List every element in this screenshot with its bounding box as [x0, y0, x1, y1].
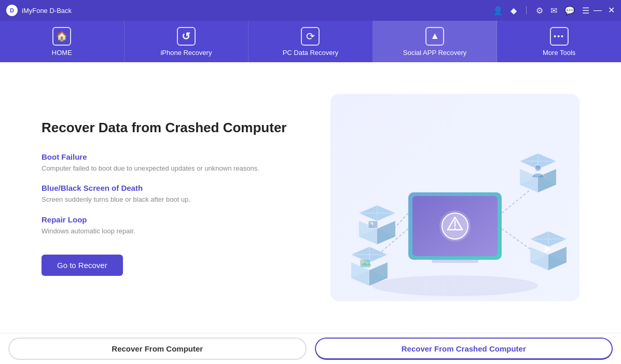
- tab-recover-from-computer[interactable]: Recover From Computer: [8, 338, 307, 360]
- nav-iphone[interactable]: ↺ iPhone Recovery: [125, 21, 249, 62]
- illustration-svg: [330, 94, 579, 301]
- svg-point-27: [535, 165, 541, 171]
- mail-icon[interactable]: ✉: [550, 6, 557, 16]
- illustration: [330, 94, 579, 301]
- svg-marker-23: [538, 169, 556, 192]
- nav-iphone-label: iPhone Recovery: [160, 49, 212, 57]
- nav-social[interactable]: ▲ Social APP Recovery: [373, 21, 498, 62]
- nav-more[interactable]: ••• More Tools: [497, 21, 621, 62]
- svg-rect-20: [368, 221, 378, 228]
- settings-icon[interactable]: ⚙: [536, 6, 543, 16]
- menu-icon[interactable]: ☰: [582, 6, 589, 16]
- titlebar-icons: 👤 ◆ ⚙ ✉ 💬 ☰: [493, 6, 589, 16]
- left-panel: Recover Data from Crashed Computer Boot …: [42, 119, 310, 276]
- home-icon-box: 🏠: [52, 27, 71, 46]
- chat-icon[interactable]: 💬: [564, 6, 575, 16]
- title-bar: D iMyFone D-Back 👤 ◆ ⚙ ✉ 💬 ☰ — ✕: [0, 0, 621, 21]
- person-icon[interactable]: 👤: [493, 6, 503, 16]
- nav-social-label: Social APP Recovery: [403, 49, 467, 57]
- close-button[interactable]: ✕: [608, 6, 615, 15]
- feature-boot-failure: Boot Failure Computer failed to boot due…: [42, 152, 310, 174]
- page-title: Recover Data from Crashed Computer: [42, 119, 310, 137]
- svg-marker-16: [377, 221, 395, 244]
- svg-line-12: [502, 190, 530, 213]
- social-icon: ▲: [430, 31, 439, 41]
- feature-bsod: Blue/Black Screen of Death Screen sudden…: [42, 184, 310, 205]
- boot-failure-title: Boot Failure: [42, 152, 310, 161]
- tab-recover-from-crashed[interactable]: Recover From Crashed Computer: [315, 338, 613, 360]
- app-title: iMyFone D-Back: [22, 7, 493, 15]
- boot-failure-desc: Computer failed to boot due to unexpecte…: [42, 163, 310, 174]
- nav-more-label: More Tools: [543, 49, 575, 57]
- app-logo: D: [6, 5, 18, 16]
- bottom-tabs: Recover From Computer Recover From Crash…: [0, 333, 621, 364]
- iphone-icon: ↺: [182, 30, 190, 43]
- bsod-title: Blue/Black Screen of Death: [42, 184, 310, 192]
- more-icon-box: •••: [550, 27, 569, 46]
- nav-pc[interactable]: ⟳ PC Data Recovery: [249, 21, 373, 62]
- repair-loop-title: Repair Loop: [42, 215, 310, 224]
- svg-marker-39: [548, 247, 567, 270]
- main-content: Recover Data from Crashed Computer Boot …: [0, 62, 621, 333]
- pc-icon-box: ⟳: [301, 27, 320, 46]
- repair-loop-desc: Windows automatic loop repair.: [42, 226, 310, 236]
- feature-repair-loop: Repair Loop Windows automatic loop repai…: [42, 215, 310, 236]
- iphone-icon-box: ↺: [177, 27, 196, 46]
- nav-home[interactable]: 🏠 HOME: [0, 21, 125, 62]
- nav-home-label: HOME: [52, 49, 72, 57]
- divider: [526, 6, 527, 15]
- home-icon: 🏠: [56, 31, 67, 42]
- pc-icon: ⟳: [306, 30, 315, 43]
- nav-bar: 🏠 HOME ↺ iPhone Recovery ⟳ PC Data Recov…: [0, 21, 621, 62]
- bsod-desc: Screen suddenly turns blue or black afte…: [42, 194, 310, 205]
- go-recover-button[interactable]: Go to Recover: [42, 255, 123, 276]
- minimize-button[interactable]: —: [594, 6, 602, 15]
- svg-marker-22: [520, 169, 538, 192]
- discord-icon[interactable]: ◆: [510, 6, 517, 16]
- svg-point-0: [372, 275, 538, 296]
- svg-point-35: [362, 260, 364, 263]
- svg-point-9: [454, 228, 456, 229]
- social-icon-box: ▲: [425, 27, 444, 46]
- nav-pc-label: PC Data Recovery: [283, 49, 339, 57]
- window-controls: — ✕: [594, 6, 615, 15]
- more-icon: •••: [554, 32, 564, 40]
